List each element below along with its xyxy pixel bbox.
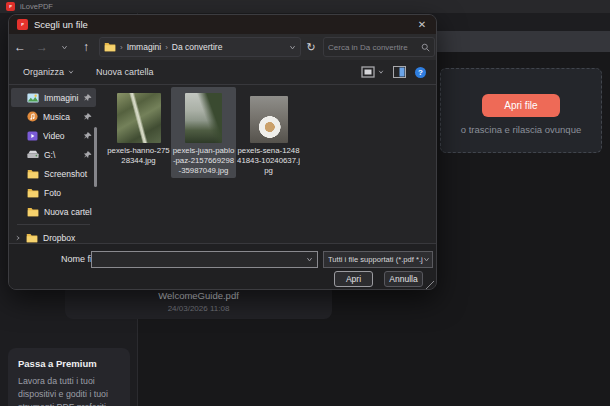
app-window-title: iLovePDF (20, 2, 53, 11)
filetype-value: Tutti i file supportati (*.pdf *.jpg (328, 255, 423, 264)
chevron-down-icon[interactable] (306, 256, 313, 263)
video-icon (27, 131, 38, 141)
new-folder-button[interactable]: Nuova cartella (88, 63, 162, 82)
search-box[interactable] (323, 37, 435, 57)
dialog-title: Scegli un file (34, 19, 88, 30)
dialog-titlebar[interactable]: P Scegli un file ✕ (9, 15, 436, 34)
file-list: pexels-hanno-27528344.jpg pexels-juan-pa… (98, 85, 436, 243)
file-name: pexels-hanno-27528344.jpg (107, 146, 170, 166)
recent-file-date: 24/03/2026 11:08 (65, 304, 332, 313)
music-icon (27, 111, 38, 122)
filetype-select[interactable]: Tutti i file supportati (*.pdf *.jpg (323, 251, 433, 268)
premium-body: Lavora da tutti i tuoi dispositivi e god… (18, 375, 120, 406)
breadcrumb[interactable]: › Immagini › Da convertire (99, 37, 301, 57)
refresh-icon[interactable]: ↻ (301, 41, 321, 54)
file-item-selected[interactable]: pexels-juan-pablo-paz-2157669298-3598704… (171, 87, 236, 178)
sidebar-item-g-drive[interactable]: G:\ (11, 145, 96, 164)
file-item[interactable]: pexels-sena-124841843-10240637.jpg (236, 87, 301, 178)
resize-grip[interactable] (426, 281, 434, 289)
organize-button[interactable]: Organizza (15, 63, 82, 82)
chevron-down-icon (423, 256, 430, 263)
cancel-button[interactable]: Annulla (384, 271, 423, 287)
sidebar-item-nuova-cartella[interactable]: Nuova cartella (11, 202, 96, 221)
app-titlebar: P iLovePDF (0, 0, 610, 13)
sidebar-item-video[interactable]: Video (11, 126, 96, 145)
dialog-toolbar: Organizza Nuova cartella (9, 60, 436, 85)
breadcrumb-segment-immagini[interactable]: Immagini (127, 42, 161, 52)
dropzone-hint: o trascina e rilascia ovunque (461, 124, 581, 135)
preview-pane-icon[interactable] (393, 66, 406, 78)
open-file-button[interactable]: Apri file (482, 94, 560, 117)
up-icon[interactable]: ↑ (75, 40, 97, 54)
file-thumbnail (185, 93, 222, 143)
folder-icon (27, 207, 39, 217)
chevron-right-icon[interactable] (15, 235, 21, 241)
breadcrumb-separator-icon: › (165, 43, 168, 52)
file-item[interactable]: pexels-hanno-27528344.jpg (106, 87, 171, 168)
ilovepdf-logo-icon: P (6, 2, 15, 11)
filename-combobox[interactable] (91, 251, 318, 268)
file-name: pexels-juan-pablo-paz-2157669298-3598704… (172, 146, 235, 176)
pin-icon (84, 94, 92, 102)
address-dropdown-chevron-icon[interactable] (289, 44, 296, 51)
search-icon (421, 43, 430, 52)
sidebar-scrollbar[interactable] (94, 127, 97, 187)
dialog-nav-row: ← → ↑ › Immagini › Da convertire ↻ (9, 34, 436, 60)
pin-icon (84, 151, 92, 159)
folder-icon (104, 42, 116, 52)
chevron-down-icon (378, 69, 384, 75)
sidebar-separator (17, 224, 90, 225)
chevron-down-icon (68, 69, 74, 75)
file-dropzone[interactable]: Apri file o trascina e rilascia ovunque (440, 68, 602, 153)
sidebar-item-immagini[interactable]: Immagini (11, 88, 96, 107)
close-icon[interactable]: ✕ (414, 17, 430, 32)
forward-icon[interactable]: → (31, 40, 53, 54)
file-thumbnail (117, 93, 161, 143)
dialog-body: Immagini Musica (9, 85, 436, 243)
help-icon[interactable]: ? (415, 67, 426, 78)
breadcrumb-segment-da-convertire[interactable]: Da convertire (172, 42, 223, 52)
dialog-footer: Nome file: Tutti i file supportati (*.pd… (9, 243, 436, 290)
file-thumbnail (250, 96, 288, 143)
premium-banner[interactable]: Passa a Premium Lavora da tutti i tuoi d… (8, 348, 130, 406)
recent-locations-chevron-icon[interactable] (53, 40, 75, 54)
thumbnails-view-icon (361, 66, 375, 78)
dialog-sidebar: Immagini Musica (9, 85, 98, 243)
filename-input[interactable] (92, 252, 306, 267)
recent-file-name: WelcomeGuide.pdf (65, 290, 332, 301)
open-button[interactable]: Apri (334, 271, 373, 287)
file-name: pexels-sena-124841843-10240637.jpg (237, 146, 300, 176)
breadcrumb-separator-icon: › (120, 43, 123, 52)
back-icon[interactable]: ← (9, 40, 31, 54)
sidebar-item-foto[interactable]: Foto (11, 183, 96, 202)
pin-icon (84, 113, 92, 121)
pictures-icon (27, 93, 39, 103)
folder-icon (26, 233, 38, 243)
view-mode-button[interactable] (361, 66, 384, 78)
sidebar-item-screenshot[interactable]: Screenshot (11, 164, 96, 183)
file-picker-dialog: P Scegli un file ✕ ← → ↑ › Immagini › Da… (8, 14, 437, 290)
folder-icon (27, 169, 39, 179)
premium-title: Passa a Premium (18, 358, 120, 369)
sidebar-item-musica[interactable]: Musica (11, 107, 96, 126)
drive-icon (27, 150, 39, 159)
search-input[interactable] (328, 43, 421, 52)
folder-icon (27, 188, 39, 198)
pin-icon (84, 132, 92, 140)
dialog-pdf-icon: P (17, 19, 28, 30)
